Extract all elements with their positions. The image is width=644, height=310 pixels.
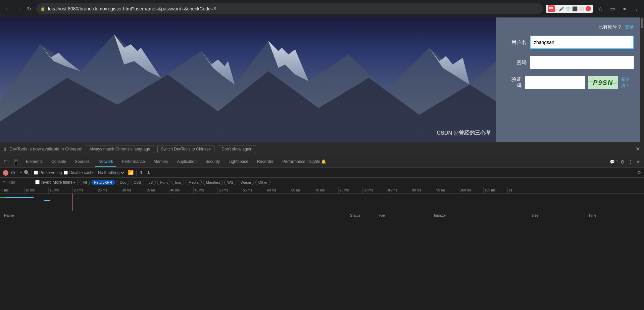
filter-font[interactable]: Font	[157, 180, 170, 185]
ime-lang-btn[interactable]: 中	[548, 5, 555, 12]
tab-security[interactable]: Security	[202, 157, 223, 167]
tab-performance[interactable]: Performance	[118, 157, 148, 167]
search-icon[interactable]: 🔍	[24, 170, 30, 175]
switch-to-chinese-button[interactable]: Switch DevTools to Chinese	[157, 145, 215, 153]
ime-icon5[interactable]	[586, 6, 591, 11]
devtools-close-icon[interactable]: ✕	[635, 158, 641, 166]
filter-media[interactable]: Media	[186, 180, 202, 185]
tab-console[interactable]: Console	[48, 157, 69, 167]
disable-cache-checkbox[interactable]	[64, 171, 68, 175]
table-header: Name Status Type Initiator Size Time	[0, 211, 644, 219]
console-badge: 💬 1	[610, 158, 618, 166]
captcha-image[interactable]: P9SN	[588, 76, 618, 89]
separator1	[17, 170, 17, 176]
tab-memory[interactable]: Memory	[150, 157, 171, 167]
invert-text: Invert	[41, 180, 51, 185]
address-bar[interactable]: 🔒 localhost:8080/brand-demo/register.htm…	[36, 3, 543, 14]
tick-7: 40 ms	[169, 187, 180, 193]
ime-icon3[interactable]: ⬛	[572, 6, 578, 11]
more-filters-btn[interactable]: More filters ▾	[53, 180, 75, 185]
filter-fetch-xhr[interactable]: Fetch/XHR	[91, 180, 115, 185]
has-account-text: 已有帐号？	[598, 24, 622, 30]
tick-4: 25 ms	[97, 187, 107, 193]
ime-icon4[interactable]: ⬜	[579, 6, 584, 11]
tab-application[interactable]: Application	[174, 157, 200, 167]
captcha-input[interactable]	[525, 76, 585, 89]
devtools-settings-icon[interactable]: ⚙	[620, 158, 626, 166]
col-status[interactable]: Status	[347, 213, 374, 217]
browser-chrome: ← → ↻ 🔒 localhost:8080/brand-demo/regist…	[0, 0, 644, 17]
filter-ws[interactable]: WS	[224, 180, 236, 185]
tab-network[interactable]: Network	[95, 157, 116, 167]
tab-lighthouse[interactable]: Lighthouse	[225, 157, 252, 167]
filter-manifest[interactable]: Manifest	[203, 180, 223, 185]
devtools-more-icon[interactable]: ⋮	[627, 158, 634, 166]
export-icon[interactable]: ⬇	[146, 169, 151, 176]
disable-cache-label[interactable]: Disable cache	[64, 170, 94, 175]
cast-icon[interactable]: ▭	[608, 4, 617, 13]
menu-icon[interactable]: ⋮	[632, 4, 641, 13]
timeline-ruler: 5 ms 10 ms 15 ms 20 ms 25 ms 30 ms 35 ms…	[0, 187, 644, 194]
notification-close[interactable]: ✕	[636, 146, 640, 152]
filter-js[interactable]: JS	[146, 180, 156, 185]
tab-performance-insights[interactable]: Performance insights 🔔	[279, 157, 330, 167]
clear-icon[interactable]: ⊘	[11, 169, 15, 176]
filter-css[interactable]: CSS	[131, 180, 144, 185]
col-name[interactable]: Name	[1, 213, 347, 217]
username-label: 用户名	[506, 39, 527, 46]
username-input[interactable]	[530, 36, 634, 49]
ime-mic-icon[interactable]: 🎤	[559, 6, 564, 11]
more-filters-text: More filters	[53, 180, 72, 185]
always-match-button[interactable]: Always match Chrome's language	[86, 145, 154, 153]
wifi-icon[interactable]: 📶	[127, 169, 134, 176]
filter-img[interactable]: Img	[172, 180, 184, 185]
back-button[interactable]: ←	[3, 4, 12, 13]
record-icon[interactable]: ⬤	[3, 169, 9, 176]
devtools-notification: ℹ DevTools is now available in Chinese! …	[0, 142, 644, 156]
login-link[interactable]: 登录	[625, 24, 634, 30]
reload-button[interactable]: ↻	[24, 4, 34, 13]
invert-label[interactable]: Invert	[35, 180, 51, 185]
captcha-refresh-link[interactable]: 看不清？	[621, 77, 634, 89]
password-input[interactable]	[530, 56, 634, 69]
filter-icon[interactable]: ⧝	[19, 170, 22, 175]
tick-8: 45 ms	[193, 187, 204, 193]
throttling-select[interactable]: No throttling Slow 3G Fast 3G	[97, 170, 125, 175]
col-initiator[interactable]: Initiator	[431, 213, 529, 217]
filter-input[interactable]	[6, 180, 33, 185]
col-type[interactable]: Type	[374, 213, 431, 217]
tick-9: 50 ms	[217, 187, 228, 193]
separator3	[136, 170, 137, 176]
bookmark-icon[interactable]: ☆	[596, 4, 605, 13]
filter-other[interactable]: Other	[255, 180, 271, 185]
tab-elements[interactable]: Elements	[22, 157, 46, 167]
invert-checkbox[interactable]	[35, 180, 40, 184]
devtools-tab-bar: ⬚ 📱 Elements Console Sources Network Per…	[0, 156, 644, 168]
devtools-device-icon[interactable]: 📱	[12, 158, 20, 166]
filter-wasm[interactable]: Wasm	[238, 180, 254, 185]
preserve-log-label[interactable]: Preserve log	[34, 170, 62, 175]
lock-icon: 🔒	[40, 6, 45, 11]
tick-21: 11	[507, 187, 512, 193]
devtools-inspect-icon[interactable]: ⬚	[3, 158, 10, 166]
captcha-label: 验证码	[506, 76, 522, 89]
forward-button[interactable]: →	[13, 4, 23, 13]
col-size[interactable]: Size	[529, 213, 586, 217]
dont-show-again-button[interactable]: Don't show again	[218, 145, 256, 153]
filter-doc[interactable]: Doc	[116, 180, 129, 185]
col-time[interactable]: Time	[586, 213, 643, 217]
timeline-bar-request	[0, 197, 34, 198]
tab-recorder[interactable]: Recorder	[254, 157, 277, 167]
settings-network-icon[interactable]: ⚙	[637, 170, 641, 175]
timeline-body	[0, 194, 644, 211]
scrollbar-thumb[interactable]	[641, 18, 643, 28]
ime-icon2[interactable]: 👕	[565, 6, 571, 11]
import-icon[interactable]: ⬆	[139, 169, 144, 176]
tab-sources[interactable]: Sources	[71, 157, 93, 167]
filter-all[interactable]: All	[80, 180, 90, 185]
profile-icon[interactable]: ●	[620, 4, 629, 13]
tick-14: 75 ms	[338, 187, 349, 193]
timeline-bar-2	[44, 200, 50, 201]
preserve-log-checkbox[interactable]	[34, 171, 38, 175]
page-scrollbar[interactable]	[640, 17, 644, 142]
